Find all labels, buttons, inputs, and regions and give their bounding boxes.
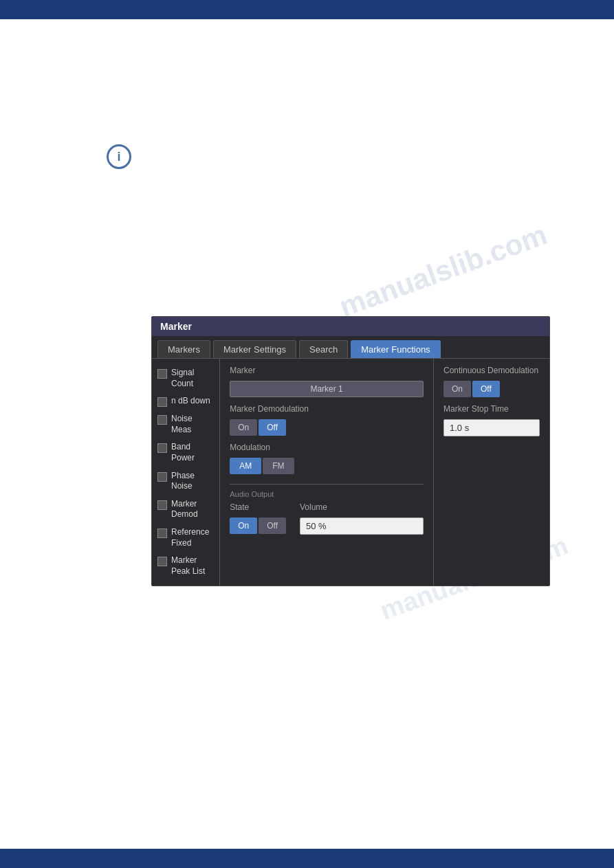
checkbox-marker-demod[interactable] bbox=[157, 500, 167, 510]
sidebar-item-marker-demod: Marker Demod bbox=[152, 496, 219, 524]
label-phase-noise: Phase Noise bbox=[171, 471, 214, 492]
checkbox-reference-fixed[interactable] bbox=[157, 528, 167, 538]
sidebar-item-reference-fixed: Reference Fixed bbox=[152, 524, 219, 552]
label-marker-peak-list: Marker Peak List bbox=[171, 555, 214, 577]
state-off-button[interactable]: Off bbox=[259, 518, 286, 534]
state-toggle: On Off bbox=[230, 518, 286, 534]
modulation-am-button[interactable]: AM bbox=[230, 458, 261, 474]
marker-dialog: Marker Markers Marker Settings Search Ma… bbox=[151, 316, 550, 586]
state-label: State bbox=[230, 502, 286, 512]
marker-name-button[interactable]: Marker 1 bbox=[230, 381, 424, 397]
modulation-label: Modulation bbox=[230, 443, 424, 452]
continuous-demodulation-label: Continuous Demodulation bbox=[443, 366, 540, 375]
marker-demodulation-label: Marker Demodulation bbox=[230, 404, 424, 414]
sidebar-item-marker-peak-list: Marker Peak List bbox=[152, 552, 219, 580]
dialog-title: Marker bbox=[160, 321, 192, 332]
tab-markers[interactable]: Markers bbox=[157, 340, 210, 358]
checkbox-phase-noise[interactable] bbox=[157, 472, 167, 482]
right-content: Continuous Demodulation On Off Marker St… bbox=[433, 359, 549, 586]
label-reference-fixed: Reference Fixed bbox=[171, 527, 214, 548]
info-icon: i bbox=[107, 144, 131, 169]
state-col: State On Off bbox=[230, 502, 286, 534]
continuous-demod-on-button[interactable]: On bbox=[443, 381, 471, 397]
center-content: Marker Marker 1 Marker Demodulation On O… bbox=[220, 359, 433, 586]
tab-search[interactable]: Search bbox=[299, 340, 348, 358]
sidebar-item-band-power: Band Power bbox=[152, 438, 219, 467]
marker-stop-time-input[interactable] bbox=[443, 419, 540, 436]
marker-demod-on-button[interactable]: On bbox=[230, 419, 257, 436]
dialog-titlebar: Marker bbox=[152, 317, 549, 336]
modulation-toggle: AM FM bbox=[230, 458, 424, 474]
sidebar-item-noise-meas: Noise Meas bbox=[152, 410, 219, 438]
top-bar bbox=[0, 0, 614, 19]
watermark-1: manualslib.com bbox=[335, 218, 551, 324]
info-symbol: i bbox=[117, 150, 120, 164]
continuous-demodulation-group: Continuous Demodulation On Off bbox=[443, 366, 540, 397]
audio-output-label: Audio Output bbox=[230, 490, 424, 498]
checkbox-marker-peak-list[interactable] bbox=[157, 557, 167, 566]
tab-marker-settings[interactable]: Marker Settings bbox=[213, 340, 296, 358]
dialog-tabs: Markers Marker Settings Search Marker Fu… bbox=[152, 336, 549, 359]
label-noise-meas: Noise Meas bbox=[171, 414, 214, 435]
marker-stop-time-group: Marker Stop Time bbox=[443, 404, 540, 436]
label-band-power: Band Power bbox=[171, 442, 214, 463]
checkbox-noise-meas[interactable] bbox=[157, 415, 167, 425]
label-ndb-down: n dB down bbox=[171, 396, 210, 407]
marker-field-group: Marker Marker 1 bbox=[230, 366, 424, 397]
marker-demodulation-group: Marker Demodulation On Off bbox=[230, 404, 424, 436]
continuous-demod-off-button[interactable]: Off bbox=[472, 381, 500, 397]
checkbox-signal-count[interactable] bbox=[157, 369, 167, 379]
dialog-body: Signal Count n dB down Noise Meas Band P… bbox=[152, 359, 549, 586]
checkbox-band-power[interactable] bbox=[157, 443, 167, 453]
label-signal-count: Signal Count bbox=[171, 368, 214, 389]
label-marker-demod: Marker Demod bbox=[171, 499, 214, 520]
marker-demod-off-button[interactable]: Off bbox=[259, 419, 286, 436]
sidebar-item-signal-count: Signal Count bbox=[152, 364, 219, 392]
sidebar-item-phase-noise: Phase Noise bbox=[152, 467, 219, 496]
marker-stop-time-label: Marker Stop Time bbox=[443, 404, 540, 414]
modulation-group: Modulation AM FM bbox=[230, 443, 424, 474]
volume-label: Volume bbox=[300, 502, 424, 512]
info-icon-area: i bbox=[107, 144, 131, 169]
state-volume-row: State On Off Volume bbox=[230, 502, 424, 535]
sidebar-list: Signal Count n dB down Noise Meas Band P… bbox=[152, 359, 220, 586]
state-on-button[interactable]: On bbox=[230, 518, 257, 534]
sidebar-item-ndb-down: n dB down bbox=[152, 392, 219, 410]
checkbox-ndb-down[interactable] bbox=[157, 397, 167, 407]
bottom-bar bbox=[0, 849, 614, 868]
volume-col: Volume bbox=[300, 502, 424, 535]
continuous-demodulation-toggle: On Off bbox=[443, 381, 540, 397]
tab-marker-functions[interactable]: Marker Functions bbox=[351, 340, 440, 358]
modulation-fm-button[interactable]: FM bbox=[263, 458, 294, 474]
volume-input[interactable] bbox=[300, 518, 424, 535]
marker-field-label: Marker bbox=[230, 366, 424, 375]
marker-demodulation-toggle: On Off bbox=[230, 419, 424, 436]
audio-output-section: Audio Output State On Off Volume bbox=[230, 484, 424, 535]
